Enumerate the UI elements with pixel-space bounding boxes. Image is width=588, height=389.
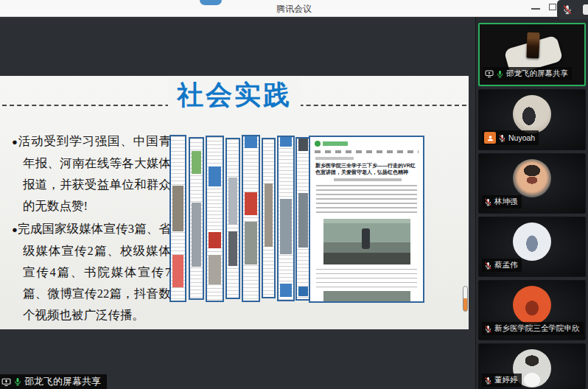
avatar [513,159,551,197]
thumb-photo-block [280,199,292,254]
article-meta-line [334,178,402,181]
person-figure [362,228,370,249]
participant-name: 邵龙飞的屏幕共享 [506,69,568,79]
slide-bullet: ●完成国家级媒体宣传3篇、省级媒体宣传2篇、校级媒体宣传4篇、书院媒体宣传7篇、… [12,218,171,326]
article-paragraph-lines [316,269,417,288]
mic-muted-icon [498,134,506,142]
article-breadcrumb [315,157,354,160]
thumb-color-block [245,192,257,215]
thumb-color-block [245,136,257,148]
participant-label: 邵龙飞的屏幕共享 [483,67,572,80]
window-title: 腾讯会议 [0,3,588,15]
participant-tile[interactable]: 蔡孟伟 [478,217,586,277]
floating-meeting-toolbar [557,0,588,19]
participant-name: Nuyoah [508,133,535,142]
thumb-photo-block [172,186,183,231]
news-screenshot-thumb [277,136,295,301]
tencent-meeting-window: 腾讯会议 社会实践 ●活动受到学习强国、中国青年报、河南在线等各大媒体报道，并获… [0,0,588,389]
thumb-color-block [209,167,221,186]
mic-on-icon [13,377,22,386]
slide-bullet-list: ●活动受到学习强国、中国青年报、河南在线等各大媒体报道，并获受益单位和群众的无数… [12,130,171,327]
news-site-logo-text [323,141,348,146]
participant-label: 林坤强 [482,195,522,208]
thumb-color-block [192,151,201,173]
thumb-photo-block [245,222,257,264]
participant-label: 新乡医学院三全学院申欣 [482,322,584,335]
participant-label: 董婷婷 [482,374,522,387]
avatar [513,286,551,324]
thumb-color-block [209,232,221,248]
thumb-photo-block [228,231,237,266]
news-screenshot-thumb [206,136,224,302]
article-paragraph-lines [316,185,417,216]
mic-muted-icon [484,376,492,385]
participant-tile[interactable]: 林坤强 [478,153,586,214]
thumb-color-block [298,287,308,296]
thumb-color-block [172,255,183,288]
avatar [513,222,551,261]
share-label-text: 邵龙飞的屏幕共享 [24,375,101,388]
participant-tile[interactable]: Nuyoah [478,89,586,150]
thumb-color-block [280,137,292,147]
mic-muted-icon[interactable] [562,4,573,15]
news-screenshot-thumb [242,135,260,302]
slide-bullet: ●活动受到学习强国、中国青年报、河南在线等各大媒体报道，并获受益单位和群众的无数… [12,130,171,217]
article-nav-bar [315,150,419,153]
screen-share-overlay-label: 邵龙飞的屏幕共享 [0,374,107,389]
participant-tile[interactable]: 新乡医学院三全学院申欣 [478,280,586,340]
maximize-icon [549,4,556,10]
bullet-marker: ● [12,136,18,147]
screen-share-icon [1,377,11,387]
presentation-slide: 社会实践 ●活动受到学习强国、中国青年报、河南在线等各大媒体报道，并获受益单位和… [0,76,469,329]
participant-name: 林坤强 [494,197,518,207]
minimize-icon [531,8,540,10]
avatar [513,95,551,133]
thumb-photo-block [298,193,308,248]
thumb-photo-block [265,183,273,247]
news-screenshot-thumb [225,138,240,299]
thumb-photo-block [209,255,221,284]
article-photo-partial [323,291,410,301]
participant-name: 蔡孟伟 [494,260,518,270]
mic-muted-icon [484,198,492,206]
partial-toolbar-icon [583,4,588,15]
screen-share-view: 社会实践 ●活动受到学习强国、中国青年报、河南在线等各大媒体报道，并获受益单位和… [0,16,475,389]
participant-tile[interactable]: 邵龙飞的屏幕共享 [478,23,586,86]
participant-name: 董婷婷 [494,375,518,385]
bullet-marker: ● [12,224,18,235]
article-title: 新乡医学院三全学子三下乡——行走的VR红色宣讲团，关爱留守老人，弘扬红色精神 [315,162,418,175]
mic-on-icon [496,70,504,78]
cola-glass-shape [526,32,539,59]
participant-tile[interactable]: 董婷婷 [478,343,586,389]
participant-label: Nuyoah [482,130,539,145]
thumb-color-block [298,139,308,151]
participant-name: 新乡医学院三全学院申欣 [494,323,580,334]
slide-title: 社会实践 [0,77,469,113]
news-site-logo-icon [315,141,321,147]
news-screenshot-thumb [169,135,186,302]
article-photo [323,219,410,264]
news-screenshot-thumb [189,137,204,300]
mic-muted-icon [484,262,492,270]
member-badge-icon [484,132,496,144]
news-article-screenshot: 新乡医学院三全学子三下乡——行走的VR红色宣讲团，关爱留守老人，弘扬红色精神 [309,136,424,303]
mic-muted-icon [484,325,492,333]
thumb-color-block [280,284,292,297]
participants-sidebar: 邵龙飞的屏幕共享 Nuyoah [475,16,588,389]
news-screenshot-thumb [262,138,276,298]
minimize-button[interactable] [528,0,544,16]
screen-share-icon [485,69,494,78]
thumb-photo-block [192,203,201,267]
window-titlebar: 腾讯会议 [0,0,588,17]
scroll-indicator[interactable] [463,286,468,312]
participant-label: 蔡孟伟 [482,259,522,272]
thumb-photo-block [228,178,237,225]
